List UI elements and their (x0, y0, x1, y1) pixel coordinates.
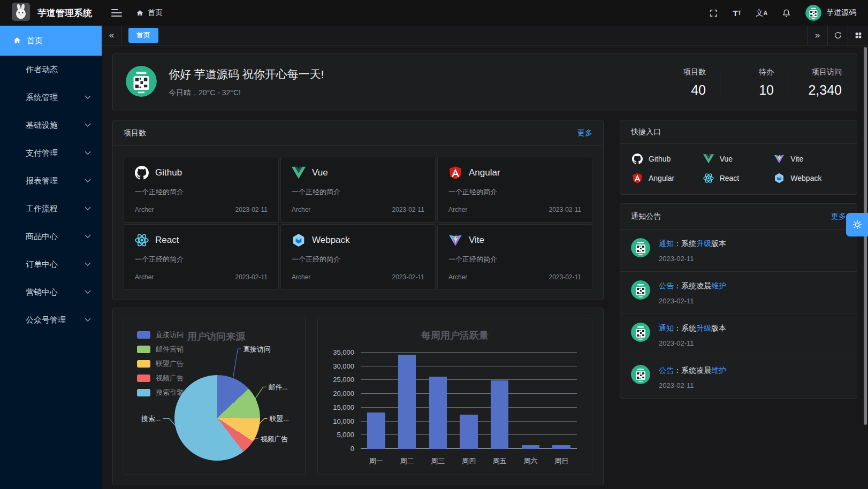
sidebar-item-label: 营销中心 (26, 287, 58, 297)
notice-item-2[interactable]: 通知：系统升级版本2023-02-11 (620, 314, 857, 356)
notice-item-3[interactable]: 公告：系统凌晨维护2023-02-11 (620, 356, 857, 398)
stat-projects: 项目数40 (666, 67, 706, 98)
app-logo (12, 3, 30, 23)
notice-avatar (631, 323, 650, 342)
sidebar-item-1[interactable]: 作者动态 (0, 56, 102, 83)
project-desc: 一个正经的简介 (448, 255, 581, 264)
project-name: React (155, 235, 179, 246)
project-card-react[interactable]: React一个正经的简介Archer2023-02-11 (124, 224, 279, 290)
legend-swatch (137, 389, 150, 396)
sidebar-item-label: 系统管理 (26, 93, 58, 103)
main-content: 你好 芋道源码 祝你开心每一天! 今日晴，20°C - 32°C! 项目数40 … (102, 46, 868, 489)
y-tick-label: 15,000 (333, 403, 354, 411)
notice-highlight-link[interactable]: 维护 (711, 366, 726, 375)
legend-item-2[interactable]: 联盟广告 (137, 359, 184, 369)
projects-more-link[interactable]: 更多 (577, 128, 592, 138)
legend-item-0[interactable]: 直接访问 (137, 330, 184, 340)
menu-fold-icon[interactable] (111, 7, 122, 19)
sidebar-item-2[interactable]: 系统管理 (0, 83, 102, 111)
greeting-avatar (126, 66, 157, 99)
shortcut-vite[interactable]: Vite (774, 154, 845, 164)
sidebar-item-7[interactable]: 商品中心 (0, 223, 102, 250)
user-menu[interactable]: 芋道源码 (805, 5, 856, 21)
shortcut-angular[interactable]: Angular (632, 173, 703, 184)
shortcut-github[interactable]: Github (632, 154, 703, 164)
shortcut-vue[interactable]: Vue (703, 154, 774, 164)
greeting-stats: 项目数40 待办10 项目访问2,340 (666, 67, 842, 98)
notice-item-0[interactable]: 通知：系统升级版本2023-02-11 (620, 230, 857, 271)
shortcut-webpack[interactable]: Webpack (774, 173, 845, 184)
tabs-menu-icon[interactable] (848, 26, 868, 45)
notice-tag-link[interactable]: 公告 (659, 281, 674, 290)
chevron-down-icon (85, 95, 91, 100)
notice-tag-link[interactable]: 公告 (659, 366, 674, 375)
notice-pre: ：系统凌晨 (674, 366, 711, 375)
bar-周二 (398, 355, 416, 449)
bar-chart: 每周用户活跃量 05,00010,00015,00020,00025,00030… (317, 318, 592, 475)
tabs-scroll-right-icon[interactable]: » (807, 26, 827, 45)
sidebar-item-3[interactable]: 基础设施 (0, 111, 102, 139)
sidebar-item-6[interactable]: 工作流程 (0, 195, 102, 223)
legend-item-4[interactable]: 搜索引擎 (137, 388, 184, 398)
sidebar-item-label: 商品中心 (26, 232, 58, 242)
shortcut-label: Vue (720, 155, 733, 163)
notice-highlight-link[interactable]: 维护 (711, 281, 726, 290)
sidebar-item-8[interactable]: 订单中心 (0, 250, 102, 278)
sidebar-item-label: 工作流程 (26, 204, 58, 214)
angular-icon (448, 166, 462, 180)
fullscreen-icon[interactable] (709, 9, 718, 18)
sidebar-item-10[interactable]: 公众号管理 (0, 306, 102, 334)
notice-tag-link[interactable]: 通知 (659, 324, 674, 332)
stat-divider (788, 71, 788, 94)
notices-list: 通知：系统升级版本2023-02-11公告：系统凌晨维护2023-02-11通知… (620, 230, 857, 398)
user-name: 芋道源码 (826, 8, 856, 18)
notice-date: 2023-02-11 (659, 381, 726, 389)
bell-icon[interactable] (782, 9, 791, 18)
y-tick-label: 5,000 (337, 431, 354, 439)
vue-icon (703, 154, 714, 164)
x-tick-label: 周二 (392, 456, 423, 466)
legend-item-3[interactable]: 视频广告 (137, 373, 184, 383)
notice-tag-link[interactable]: 通知 (659, 239, 674, 248)
breadcrumb[interactable]: 首页 (136, 8, 163, 18)
sidebar-item-0[interactable]: 首页 (0, 26, 102, 56)
app-title: 芋道管理系统 (37, 7, 92, 19)
react-icon (703, 173, 714, 184)
sidebar-item-9[interactable]: 营销中心 (0, 278, 102, 306)
project-card-angular[interactable]: Angular一个正经的简介Archer2023-02-11 (437, 157, 592, 223)
sidebar-item-4[interactable]: 支付管理 (0, 139, 102, 167)
project-date: 2023-02-11 (235, 273, 268, 281)
shortcut-react[interactable]: React (703, 173, 774, 184)
project-name: Vite (469, 235, 484, 246)
notice-item-1[interactable]: 公告：系统凌晨维护2023-02-11 (620, 271, 857, 314)
font-size-icon[interactable]: TT (733, 9, 741, 18)
project-date: 2023-02-11 (549, 273, 582, 281)
legend-swatch (137, 360, 150, 368)
shortcut-label: React (720, 174, 740, 182)
language-icon[interactable]: 文A (756, 8, 767, 18)
project-card-vue[interactable]: Vue一个正经的简介Archer2023-02-11 (280, 157, 436, 223)
sidebar-item-label: 订单中心 (26, 259, 58, 270)
sidebar-item-5[interactable]: 报表管理 (0, 167, 102, 195)
tabs-scroll-left-icon[interactable]: « (102, 26, 122, 45)
project-card-vite[interactable]: Vite一个正经的简介Archer2023-02-11 (437, 224, 592, 290)
shortcuts-title: 快捷入口 (631, 127, 661, 137)
tab-home[interactable]: 首页 (128, 28, 158, 43)
x-tick-label: 周六 (515, 456, 546, 466)
projects-grid: Github一个正经的简介Archer2023-02-11Vue一个正经的简介A… (113, 146, 603, 300)
project-desc: 一个正经的简介 (135, 187, 268, 197)
legend-swatch (137, 375, 150, 382)
project-card-github[interactable]: Github一个正经的简介Archer2023-02-11 (124, 157, 279, 223)
project-card-webpack[interactable]: Webpack一个正经的简介Archer2023-02-11 (280, 224, 436, 290)
notice-highlight-link[interactable]: 升级 (696, 239, 711, 248)
legend-item-1[interactable]: 邮件营销 (137, 345, 184, 354)
settings-button[interactable] (846, 213, 868, 236)
projects-card: 项目数 更多 Github一个正经的简介Archer2023-02-11Vue一… (112, 120, 604, 300)
sidebar-menu: 首页作者动态系统管理基础设施支付管理报表管理工作流程商品中心订单中心营销中心公众… (0, 26, 102, 334)
notice-highlight-link[interactable]: 升级 (696, 324, 711, 332)
refresh-icon[interactable] (827, 26, 848, 45)
x-tick-label: 周四 (453, 456, 484, 466)
shortcut-label: Vite (790, 155, 803, 163)
notices-title: 通知公告 (631, 212, 661, 221)
notices-more-link[interactable]: 更多 (831, 212, 846, 221)
